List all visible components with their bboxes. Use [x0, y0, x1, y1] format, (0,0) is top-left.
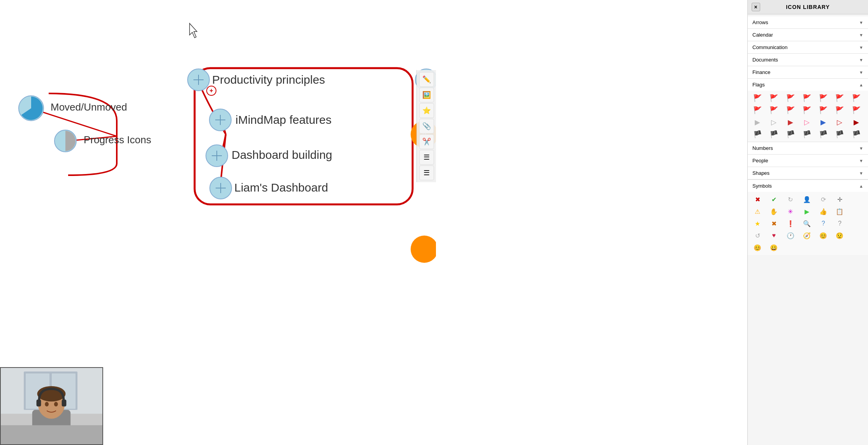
symbol-exclaim[interactable]: ❗ [784, 218, 797, 229]
close-button[interactable]: × [752, 3, 760, 11]
svg-rect-39 [37, 399, 41, 406]
symbol-smile-yellow[interactable]: 😊 [817, 230, 830, 241]
symbol-empty2[interactable] [850, 206, 863, 217]
symbol-rotate1[interactable]: ↻ [784, 194, 797, 205]
symbol-question-grey[interactable]: ? [833, 218, 846, 229]
flag-yellow2[interactable]: 🏴 [833, 129, 846, 140]
symbol-circle-arrow[interactable]: ↺ [751, 230, 764, 241]
symbol-star-multi[interactable]: ✳ [784, 206, 797, 217]
category-calendar-label: Calendar [752, 32, 773, 38]
people-chevron: ▼ [859, 158, 863, 163]
flag-red5[interactable]: ▶ [850, 117, 863, 128]
svg-text:Liam's Dashboard: Liam's Dashboard [234, 181, 328, 194]
icon-library-header: × ICON LIBRARY [748, 0, 868, 14]
flag-lime1[interactable]: 🚩 [850, 105, 863, 116]
svg-text:Progress Icons: Progress Icons [84, 134, 151, 146]
symbols-header[interactable]: Symbols ▲ [748, 179, 868, 192]
flag-purple2[interactable]: 🏴 [784, 129, 797, 140]
flag-grey2[interactable]: ▶ [751, 117, 764, 128]
symbol-empty7[interactable] [817, 242, 830, 253]
icon-library-categories[interactable]: Arrows ▼ Calendar ▼ Communication ▼ Docu… [748, 14, 868, 445]
category-documents-label: Documents [752, 57, 778, 63]
flags-header[interactable]: Flags ▲ [748, 79, 868, 91]
symbol-thumbup[interactable]: 👍 [817, 206, 830, 217]
symbol-clock[interactable]: 🕐 [784, 230, 797, 241]
symbol-empty9[interactable] [850, 242, 863, 253]
symbol-compass[interactable]: 🧭 [800, 230, 814, 241]
symbols-chevron: ▲ [859, 184, 863, 188]
symbol-x-orange[interactable]: ✖ [767, 218, 780, 229]
symbol-star-yellow[interactable]: ★ [751, 218, 764, 229]
flag-blue3[interactable]: ▶ [817, 117, 830, 128]
calendar-chevron: ▼ [859, 33, 863, 37]
flag-blue[interactable]: 🚩 [751, 93, 764, 104]
flag-green1[interactable]: 🚩 [767, 93, 780, 104]
category-communication[interactable]: Communication ▼ [748, 41, 868, 54]
edit-button[interactable]: ✏️ [419, 72, 434, 87]
flag-orange3[interactable]: 🏴 [850, 129, 863, 140]
symbol-empty4[interactable] [850, 230, 863, 241]
symbol-question-blue[interactable]: ? [817, 218, 830, 229]
symbol-move[interactable]: ✛ [833, 194, 846, 205]
flag-red1[interactable]: 🚩 [817, 93, 830, 104]
shapes-chevron: ▼ [859, 171, 863, 176]
symbol-smile3[interactable]: 😀 [767, 242, 780, 253]
symbol-search[interactable]: 🔍 [800, 218, 814, 229]
flag-red4[interactable]: ▷ [833, 117, 846, 128]
symbols-section: Symbols ▲ ✖ ✔ ↻ 👤 ⟳ ✛ ⚠ ✋ ✳ ▶ 👍 📋 [748, 179, 868, 255]
category-people[interactable]: People ▼ [748, 155, 868, 167]
symbol-empty6[interactable] [800, 242, 814, 253]
symbol-empty8[interactable] [833, 242, 846, 253]
flag-pink3[interactable]: 🏴 [767, 129, 780, 140]
list-button[interactable]: ☰ [419, 150, 434, 165]
svg-text:Productivity principles: Productivity principles [212, 73, 325, 86]
symbol-heart[interactable]: ♥ [767, 230, 780, 241]
flag-teal2[interactable]: 🏴 [800, 129, 814, 140]
symbol-check-green[interactable]: ✔ [767, 194, 780, 205]
flag-orange2[interactable]: 🏴 [751, 129, 764, 140]
category-people-label: People [752, 158, 768, 164]
flag-pink2[interactable]: ▷ [800, 117, 814, 128]
flag-blue2[interactable]: 🚩 [817, 105, 830, 116]
star-button[interactable]: ⭐ [419, 103, 434, 118]
flag-red3[interactable]: ▶ [784, 117, 797, 128]
symbol-empty1[interactable] [850, 194, 863, 205]
category-documents[interactable]: Documents ▼ [748, 54, 868, 66]
flag-yellow1[interactable]: 🚩 [800, 105, 814, 116]
flag-green2[interactable]: 🚩 [833, 105, 846, 116]
mindmap-canvas[interactable]: + Moved/Unmoved Progress Icons Productiv… [0, 0, 436, 445]
category-arrows-label: Arrows [752, 19, 768, 25]
category-finance[interactable]: Finance ▼ [748, 66, 868, 79]
flag-purple1[interactable]: 🚩 [751, 105, 764, 116]
symbol-play[interactable]: ▶ [800, 206, 814, 217]
cut-button[interactable]: ✂️ [419, 134, 434, 149]
symbol-warning[interactable]: ⚠ [751, 206, 764, 217]
category-arrows[interactable]: Arrows ▼ [748, 16, 868, 29]
documents-chevron: ▼ [859, 58, 863, 62]
symbol-empty5[interactable] [784, 242, 797, 253]
symbol-frown-orange[interactable]: 😟 [833, 230, 846, 241]
link-button[interactable]: 📎 [419, 119, 434, 134]
svg-rect-40 [62, 399, 67, 406]
category-shapes[interactable]: Shapes ▼ [748, 167, 868, 179]
flag-lt-pink[interactable]: 🚩 [850, 93, 863, 104]
category-calendar[interactable]: Calendar ▼ [748, 29, 868, 41]
flag-red2[interactable]: 🚩 [767, 105, 780, 116]
flag-orange1[interactable]: 🚩 [800, 93, 814, 104]
symbol-empty3[interactable] [850, 218, 863, 229]
flag-green3[interactable]: 🏴 [817, 129, 830, 140]
svg-rect-43 [1, 425, 102, 444]
category-numbers[interactable]: Numbers ▼ [748, 142, 868, 155]
extra-button[interactable]: ☰ [419, 165, 434, 180]
flag-teal1[interactable]: 🚩 [784, 105, 797, 116]
symbol-hand[interactable]: ✋ [767, 206, 780, 217]
symbol-person[interactable]: 👤 [800, 194, 814, 205]
symbol-x-red[interactable]: ✖ [751, 194, 764, 205]
flag-grey1[interactable]: 🚩 [784, 93, 797, 104]
symbol-smile2[interactable]: 😊 [751, 242, 764, 253]
symbol-rotate2[interactable]: ⟳ [817, 194, 830, 205]
flag-grey3[interactable]: ▷ [767, 117, 780, 128]
flag-pink1[interactable]: 🚩 [833, 93, 846, 104]
symbol-doc[interactable]: 📋 [833, 206, 846, 217]
image-button[interactable]: 🖼️ [419, 88, 434, 102]
